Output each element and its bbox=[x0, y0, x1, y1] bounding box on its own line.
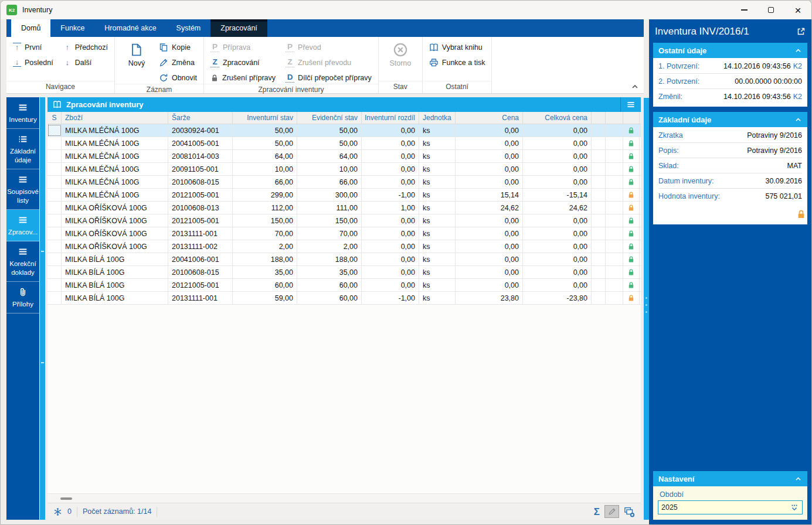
status-cell bbox=[47, 124, 62, 137]
table-row[interactable]: MILKA MLÉČNÁ 100G20091105-00110,0010,000… bbox=[47, 163, 641, 176]
column-header[interactable]: Celková cena bbox=[523, 112, 592, 124]
grid-titlebar: Zpracování inventury bbox=[47, 97, 641, 112]
cell: -23,80 bbox=[523, 292, 592, 304]
status-cell bbox=[47, 292, 62, 304]
scrollbar-thumb[interactable] bbox=[60, 497, 72, 500]
zruseni-pripravy-button[interactable]: Zrušení přípravy bbox=[210, 71, 276, 84]
column-header[interactable]: Šarže bbox=[168, 112, 233, 124]
funkce-a-tisk-button[interactable]: Funkce a tisk bbox=[429, 56, 485, 69]
column-header[interactable]: S bbox=[47, 112, 62, 124]
sidebar-item-základní-údaje[interactable]: Základní údaje bbox=[6, 129, 39, 169]
sidebar-item-zpracov[interactable]: Zpracov... bbox=[6, 210, 39, 241]
minimize-button[interactable] bbox=[731, 1, 757, 19]
cell: MILKA OŘÍŠKOVÁ 100G bbox=[62, 240, 168, 253]
column-header[interactable]: Inventurní rozdíl bbox=[362, 112, 419, 124]
paperclip-icon bbox=[16, 287, 29, 297]
table-row[interactable]: MILKA OŘÍŠKOVÁ 100G20131111-0022,002,000… bbox=[47, 240, 641, 253]
period-input[interactable] bbox=[661, 503, 790, 512]
new-button[interactable]: Nový bbox=[121, 41, 152, 67]
lock-icon bbox=[627, 294, 635, 302]
copy-button[interactable]: Kopie bbox=[159, 41, 197, 53]
zpracovani-button[interactable]: Z Zpracování bbox=[210, 56, 276, 69]
cell: 20030924-001 bbox=[168, 124, 233, 137]
table-row[interactable]: MILKA OŘÍŠKOVÁ 100G20121005-001150,00150… bbox=[47, 214, 641, 227]
table-row[interactable]: MILKA OŘÍŠKOVÁ 100G20100608-013112,00111… bbox=[47, 202, 641, 214]
table-row[interactable]: MILKA BÍLÁ 100G20041006-001188,00188,000… bbox=[47, 253, 641, 266]
maximize-button[interactable] bbox=[757, 1, 784, 19]
refresh-button[interactable]: Obnovit bbox=[159, 71, 197, 84]
table-row[interactable]: MILKA BÍLÁ 100G20100608-01535,0035,000,0… bbox=[47, 266, 641, 279]
hamburger-icon bbox=[626, 100, 636, 109]
cell bbox=[606, 150, 623, 162]
table-row[interactable]: MILKA MLÉČNÁ 100G20100608-01566,0066,000… bbox=[47, 176, 641, 189]
copy-add-button[interactable] bbox=[624, 506, 635, 517]
tab-domů[interactable]: Domů bbox=[11, 19, 50, 37]
tab-hromadné-akce[interactable]: Hromadné akce bbox=[94, 19, 166, 37]
column-header[interactable]: Zboží bbox=[62, 112, 168, 124]
table-row[interactable]: MILKA MLÉČNÁ 100G20081014-00364,0064,000… bbox=[47, 150, 641, 163]
table-row[interactable]: MILKA BÍLÁ 100G20131111-00159,0060,00-1,… bbox=[47, 292, 641, 305]
dropdown-icon[interactable] bbox=[790, 503, 799, 512]
sidebar-item-přílohy[interactable]: Přílohy bbox=[6, 282, 39, 313]
section-header[interactable]: Ostatní údaje bbox=[653, 43, 807, 58]
column-header[interactable]: Jednotka bbox=[419, 112, 456, 124]
vybrat-knihu-button[interactable]: Vybrat knihu bbox=[429, 41, 485, 53]
statusbar-separator bbox=[157, 507, 157, 517]
tab-systém[interactable]: Systém bbox=[167, 19, 211, 37]
column-header[interactable] bbox=[592, 112, 606, 124]
popout-button[interactable] bbox=[796, 27, 806, 36]
table-row[interactable]: MILKA OŘÍŠKOVÁ 100G20131111-00170,0070,0… bbox=[47, 227, 641, 240]
horizontal-scrollbar[interactable] bbox=[47, 493, 641, 503]
cell: 60,00 bbox=[297, 279, 362, 291]
book-icon bbox=[52, 100, 62, 109]
grid-menu-button[interactable] bbox=[620, 97, 641, 112]
section-header[interactable]: Nastavení bbox=[653, 471, 807, 486]
last-button[interactable]: ↓ Poslední bbox=[13, 56, 53, 69]
first-button[interactable]: ↑ První bbox=[13, 41, 53, 53]
column-header[interactable]: Cena bbox=[456, 112, 523, 124]
right-splitter[interactable] bbox=[644, 98, 649, 520]
table-row[interactable]: MILKA BÍLÁ 100G20121005-00160,0060,000,0… bbox=[47, 279, 641, 292]
column-header[interactable] bbox=[623, 112, 640, 124]
ribbon-collapse-button[interactable] bbox=[631, 83, 639, 91]
cell: 0,00 bbox=[523, 163, 592, 175]
table-row[interactable]: MILKA MLÉČNÁ 100G20041005-00150,0050,000… bbox=[47, 137, 641, 150]
tab-zpracování[interactable]: Zpracování bbox=[210, 19, 267, 37]
main-column: DomůFunkceHromadné akceSystémZpracování … bbox=[1, 19, 644, 524]
cell bbox=[592, 240, 606, 253]
collapse-icon[interactable] bbox=[794, 116, 802, 124]
sum-button[interactable]: Σ bbox=[594, 507, 600, 517]
table-row[interactable]: MILKA MLÉČNÁ 100G20030924-00150,0050,000… bbox=[47, 124, 641, 137]
cell: ks bbox=[419, 176, 456, 188]
cell: 0,00 bbox=[362, 253, 419, 265]
cell bbox=[592, 292, 606, 304]
cell bbox=[592, 176, 606, 188]
sidebar-item-soupisové-listy[interactable]: Soupisové listy bbox=[6, 169, 39, 210]
sidebar-item-inventury[interactable]: Inventury bbox=[6, 97, 39, 129]
column-header[interactable] bbox=[606, 112, 623, 124]
cell bbox=[623, 202, 640, 214]
sidebar-item-korekční-doklady[interactable]: Korekční doklady bbox=[6, 241, 39, 282]
dilci-prepocet-button[interactable]: D Dílčí přepočet přípravy bbox=[286, 71, 372, 84]
cell: 150,00 bbox=[297, 214, 362, 227]
table-row[interactable]: MILKA MLÉČNÁ 100G20121005-001299,00300,0… bbox=[47, 189, 641, 202]
section-header[interactable]: Základní údaje bbox=[653, 112, 807, 127]
collapse-icon[interactable] bbox=[794, 475, 802, 483]
collapse-icon[interactable] bbox=[794, 47, 802, 54]
cell: 60,00 bbox=[297, 292, 362, 304]
next-button[interactable]: ↓ Další bbox=[63, 56, 108, 69]
left-splitter[interactable] bbox=[40, 97, 45, 520]
tab-funkce[interactable]: Funkce bbox=[50, 19, 94, 37]
column-header[interactable]: Inventurní stav bbox=[233, 112, 297, 124]
detail-row-valuewrap: Potraviny 9/2016 bbox=[747, 146, 802, 155]
column-header[interactable]: Evidenční stav bbox=[297, 112, 362, 124]
cell: 0,00 bbox=[362, 240, 419, 253]
cell: 0,00 bbox=[523, 176, 592, 188]
section-body: ZkratkaPotraviny 9/2016Popis:Potraviny 9… bbox=[653, 127, 807, 206]
close-button[interactable]: × bbox=[784, 1, 811, 19]
previous-button[interactable]: ↑ Předchozí bbox=[63, 41, 108, 53]
change-button[interactable]: Změna bbox=[159, 56, 197, 69]
cell: 50,00 bbox=[297, 137, 362, 149]
cell-filler bbox=[640, 266, 641, 278]
printer-icon bbox=[429, 58, 439, 67]
